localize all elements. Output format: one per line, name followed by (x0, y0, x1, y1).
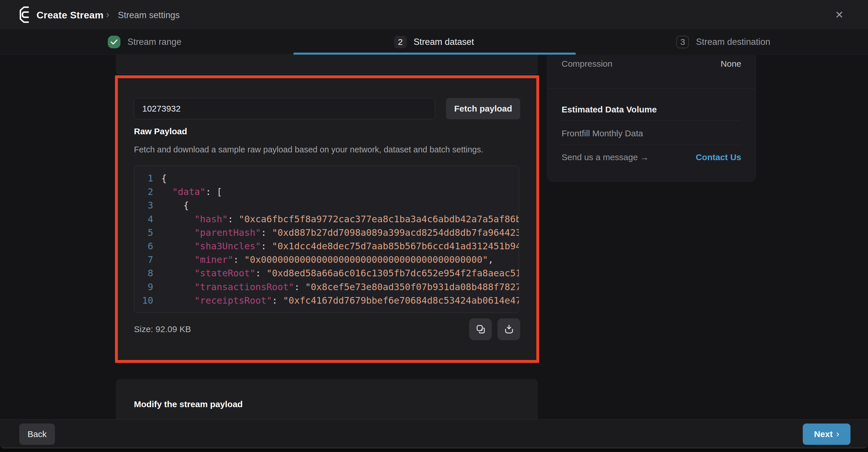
raw-payload-card: Fetch payload Raw Payload Fetch and down… (116, 78, 538, 360)
tab-stream-dataset[interactable]: 2 Stream dataset (289, 29, 579, 54)
code-line: 3 { (140, 199, 519, 212)
step-number-badge: 3 (676, 36, 689, 48)
code-line: 10 "receiptsRoot": "0xfc4167dd7679bbef6e… (140, 294, 519, 307)
modify-payload-title: Modify the stream payload (134, 399, 243, 409)
tab-stream-destination[interactable]: 3 Stream destination (579, 29, 868, 54)
back-button[interactable]: Back (19, 424, 55, 445)
stream-summary-panel: Compression None Estimated Data Volume F… (547, 55, 756, 182)
download-payload-button[interactable] (498, 318, 520, 340)
compression-label: Compression (562, 59, 613, 69)
copy-icon (475, 324, 486, 334)
footer-bar: Back Next › (0, 419, 868, 448)
chevron-right-icon: › (836, 428, 839, 439)
panel-divider (562, 145, 741, 145)
code-line: 7 "miner": "0x00000000000000000000000000… (140, 253, 519, 267)
send-message-label: Send us a message → (562, 152, 649, 162)
tab-stream-range[interactable]: Stream range (0, 29, 289, 54)
panel-divider (562, 120, 741, 121)
code-line: 8 "stateRoot": "0xd8ed58a66a6c016c1305fb… (140, 267, 519, 280)
modify-payload-card: Modify the stream payload (116, 379, 538, 419)
frontfill-monthly-data-label: Frontfill Monthly Data (562, 128, 643, 138)
compression-row: Compression None (562, 59, 741, 69)
block-number-input[interactable] (134, 98, 435, 119)
raw-payload-title: Raw Payload (134, 126, 187, 136)
next-button[interactable]: Next › (803, 424, 850, 445)
main-content: Fetch payload Raw Payload Fetch and down… (0, 55, 868, 419)
close-icon[interactable]: ✕ (831, 7, 847, 23)
step-number-badge: 2 (394, 36, 407, 48)
code-line: 6 "sha3Uncles": "0x1dcc4de8dec75d7aab85b… (140, 240, 519, 253)
code-line: 9 "transactionsRoot": "0x8cef5e73e80ad35… (140, 280, 519, 294)
page-title: Create Stream (36, 9, 103, 21)
contact-row: Send us a message → Contact Us (562, 152, 741, 162)
step-label: Stream range (127, 37, 181, 47)
previous-section-card (116, 55, 538, 74)
next-button-label: Next (814, 429, 833, 439)
payload-code-viewer[interactable]: 1{2 "data": [3 {4 "hash": "0xca6fbcf5f8a… (134, 165, 519, 313)
code-line: 4 "hash": "0xca6fbcf5f8a9772cac377ea8c1b… (140, 212, 519, 226)
code-lines: 1{2 "data": [3 {4 "hash": "0xca6fbcf5f8a… (140, 172, 519, 307)
step-label: Stream dataset (413, 37, 474, 47)
breadcrumb-chevron-icon: › (106, 9, 109, 20)
payload-size-label: Size: 92.09 KB (134, 324, 191, 334)
steps-bar: Stream range 2 Stream dataset 3 Stream d… (0, 29, 868, 55)
step-complete-check-icon (108, 36, 120, 48)
copy-payload-button[interactable] (469, 318, 492, 340)
contact-us-link[interactable]: Contact Us (696, 152, 741, 162)
code-line: 5 "parentHash": "0xd887b27dd7098a089a399… (140, 226, 519, 240)
top-bar: Create Stream › Stream settings ✕ (0, 0, 868, 29)
breadcrumb: Stream settings (118, 10, 180, 21)
quicknode-logo-icon (19, 6, 32, 23)
fetch-payload-button[interactable]: Fetch payload (446, 98, 520, 119)
active-tab-underline (293, 53, 576, 55)
raw-payload-description: Fetch and download a sample raw payload … (134, 145, 484, 154)
estimated-data-volume-title: Estimated Data Volume (562, 105, 657, 115)
panel-divider (547, 88, 755, 89)
code-line: 2 "data": [ (140, 185, 519, 199)
download-icon (504, 324, 514, 334)
create-stream-window: Create Stream › Stream settings ✕ Stream… (0, 0, 868, 448)
code-line: 1{ (140, 172, 519, 185)
step-label: Stream destination (696, 37, 770, 47)
compression-value: None (720, 59, 741, 69)
